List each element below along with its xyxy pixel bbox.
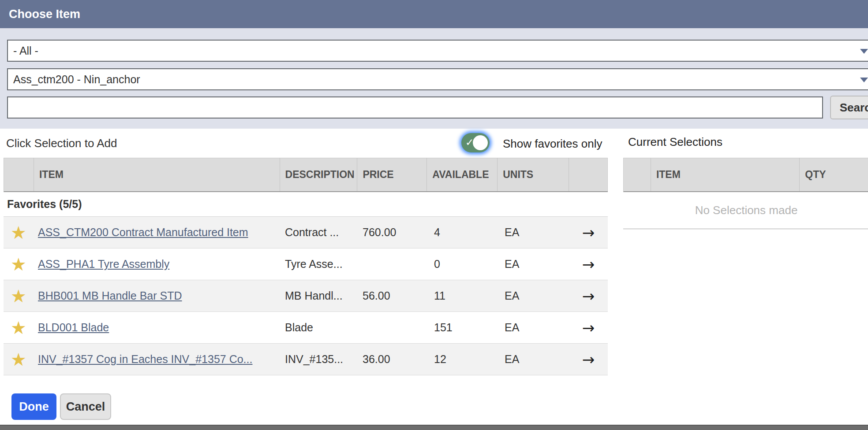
item-link[interactable]: BLD001 Blade bbox=[38, 321, 109, 334]
units-cell: EA bbox=[498, 226, 569, 239]
add-item-arrow-icon[interactable]: → bbox=[582, 287, 595, 305]
items-table-body: ★ ASS_CTM200 Contract Manufactured Item … bbox=[4, 217, 608, 375]
units-cell: EA bbox=[498, 258, 569, 271]
add-item-arrow-icon[interactable]: → bbox=[582, 224, 595, 241]
description-cell: INV_#135... bbox=[280, 353, 357, 366]
available-cell: 12 bbox=[427, 353, 498, 366]
description-cell: Tyre Asse... bbox=[280, 258, 357, 271]
description-cell: Blade bbox=[280, 321, 357, 334]
current-selections-heading: Current Selections bbox=[628, 135, 722, 149]
no-selections-message: No Selections made bbox=[623, 192, 868, 229]
item-filter-select-value: Ass_ctm200 - Nin_anchor bbox=[13, 73, 140, 86]
favorites-group-header: Favorites (5/5) bbox=[4, 192, 608, 217]
units-cell: EA bbox=[498, 353, 569, 366]
bottom-bar bbox=[0, 425, 868, 430]
description-column-header: DESCRIPTION bbox=[280, 158, 358, 191]
favorite-cell[interactable]: ★ bbox=[4, 256, 34, 273]
item-cell: BLD001 Blade bbox=[34, 321, 280, 334]
category-select[interactable]: - All - bbox=[7, 40, 868, 62]
favorite-star-icon[interactable]: ★ bbox=[11, 319, 26, 337]
add-cell[interactable]: → bbox=[569, 351, 608, 368]
favorite-column-header bbox=[4, 158, 34, 191]
add-cell[interactable]: → bbox=[569, 224, 608, 241]
items-table-header: ITEM DESCRIPTION PRICE AVAILABLE UNITS bbox=[4, 158, 608, 192]
dialog-title: Choose Item bbox=[9, 7, 80, 21]
item-cell: BHB001 MB Handle Bar STD bbox=[34, 289, 280, 302]
add-item-arrow-icon[interactable]: → bbox=[582, 351, 595, 368]
search-input[interactable] bbox=[7, 96, 823, 119]
selection-qty-column-header: QTY bbox=[800, 158, 868, 191]
available-column-header: AVAILABLE bbox=[427, 158, 498, 191]
selection-item-column-header: ITEM bbox=[651, 158, 800, 191]
category-select-value: - All - bbox=[13, 44, 38, 57]
favorite-cell[interactable]: ★ bbox=[4, 351, 34, 368]
search-button[interactable]: Search bbox=[830, 96, 868, 119]
toggle-knob bbox=[473, 135, 488, 150]
item-link[interactable]: INV_#1357 Cog in Eaches INV_#1357 Co... bbox=[38, 353, 252, 365]
table-row[interactable]: ★ BHB001 MB Handle Bar STD MB Handl... 5… bbox=[4, 280, 608, 312]
item-filter-select[interactable]: Ass_ctm200 - Nin_anchor bbox=[7, 68, 868, 90]
favorite-cell[interactable]: ★ bbox=[4, 224, 34, 241]
item-cell: ASS_PHA1 Tyre Assembly bbox=[34, 258, 280, 271]
item-cell: INV_#1357 Cog in Eaches INV_#1357 Co... bbox=[34, 353, 280, 366]
favorite-cell[interactable]: ★ bbox=[4, 287, 34, 305]
units-column-header: UNITS bbox=[498, 158, 569, 191]
filter-area: - All - Ass_ctm200 - Nin_anchor Search bbox=[0, 28, 868, 129]
chevron-down-icon bbox=[860, 49, 868, 54]
units-cell: EA bbox=[498, 321, 569, 334]
selection-icon-column-header bbox=[624, 158, 651, 191]
table-row[interactable]: ★ ASS_PHA1 Tyre Assembly Tyre Asse... 0 … bbox=[4, 248, 608, 280]
show-favorites-label: Show favorites only bbox=[503, 137, 602, 151]
click-selection-heading: Click Selection to Add bbox=[6, 137, 117, 150]
dialog-titlebar: Choose Item bbox=[0, 0, 868, 28]
add-column-header bbox=[569, 158, 608, 191]
add-cell[interactable]: → bbox=[569, 256, 608, 273]
available-cell: 151 bbox=[427, 321, 498, 334]
add-item-arrow-icon[interactable]: → bbox=[582, 256, 595, 273]
description-cell: Contract ... bbox=[280, 226, 357, 239]
price-cell: 760.00 bbox=[357, 226, 427, 239]
current-selections-table: ITEM QTY No Selections made bbox=[623, 158, 868, 229]
price-cell: 36.00 bbox=[357, 353, 427, 366]
item-column-header: ITEM bbox=[34, 158, 280, 191]
favorite-cell[interactable]: ★ bbox=[4, 319, 34, 337]
available-cell: 11 bbox=[427, 289, 498, 302]
favorite-star-icon[interactable]: ★ bbox=[11, 287, 26, 305]
available-cell: 0 bbox=[427, 258, 498, 271]
units-cell: EA bbox=[498, 289, 569, 302]
item-link[interactable]: ASS_CTM200 Contract Manufactured Item bbox=[38, 226, 248, 238]
add-cell[interactable]: → bbox=[569, 319, 608, 337]
favorite-star-icon[interactable]: ★ bbox=[11, 224, 26, 241]
current-selections-header: ITEM QTY bbox=[623, 158, 868, 192]
items-table: ITEM DESCRIPTION PRICE AVAILABLE UNITS F… bbox=[4, 158, 608, 375]
description-cell: MB Handl... bbox=[280, 289, 357, 302]
add-cell[interactable]: → bbox=[569, 287, 608, 305]
price-cell: 56.00 bbox=[357, 289, 427, 302]
price-column-header: PRICE bbox=[357, 158, 427, 191]
item-cell: ASS_CTM200 Contract Manufactured Item bbox=[34, 226, 280, 239]
item-link[interactable]: BHB001 MB Handle Bar STD bbox=[38, 289, 182, 302]
cancel-button[interactable]: Cancel bbox=[60, 393, 111, 420]
favorite-star-icon[interactable]: ★ bbox=[11, 256, 26, 273]
available-cell: 4 bbox=[427, 226, 498, 239]
table-row[interactable]: ★ INV_#1357 Cog in Eaches INV_#1357 Co..… bbox=[4, 344, 608, 375]
chevron-down-icon bbox=[860, 78, 868, 82]
done-button[interactable]: Done bbox=[11, 393, 56, 420]
favorite-star-icon[interactable]: ★ bbox=[11, 351, 26, 368]
add-item-arrow-icon[interactable]: → bbox=[582, 319, 595, 337]
table-row[interactable]: ★ BLD001 Blade Blade 151 EA → bbox=[4, 312, 608, 344]
item-link[interactable]: ASS_PHA1 Tyre Assembly bbox=[38, 258, 169, 270]
table-row[interactable]: ★ ASS_CTM200 Contract Manufactured Item … bbox=[4, 217, 608, 248]
show-favorites-toggle[interactable]: ✓ bbox=[461, 133, 490, 152]
